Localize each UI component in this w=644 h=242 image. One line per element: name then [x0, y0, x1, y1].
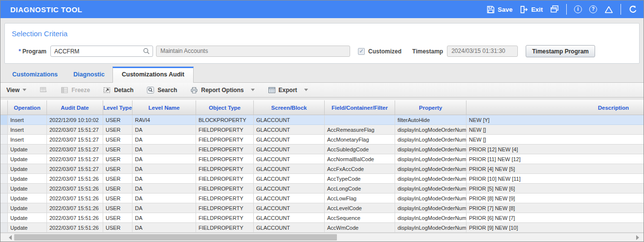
table-cell[interactable]: AccLongCode	[325, 184, 395, 194]
table-cell[interactable]: GLACCOUNT	[254, 213, 325, 223]
freeze-button[interactable]: Freeze	[61, 86, 90, 94]
table-cell[interactable]: AccTypeCode	[325, 174, 395, 184]
table-cell[interactable]: USER	[103, 184, 133, 194]
table-row[interactable]: Update2022/03/07 15:51:26USERDAFIELDPROP…	[0, 213, 644, 223]
row-selector[interactable]	[0, 194, 8, 203]
table-cell[interactable]: 2022/03/07 15:51:27	[47, 154, 103, 164]
table-cell[interactable]: Insert	[8, 135, 47, 145]
table-cell[interactable]: Insert	[8, 125, 47, 135]
table-cell[interactable]: FIELDPROPERTY	[196, 174, 254, 184]
report-options-button[interactable]: Report Options	[190, 86, 254, 94]
table-cell[interactable]: AccNormalBalCode	[325, 154, 395, 164]
table-cell[interactable]: displayInLogModeOrderNum	[395, 174, 466, 184]
table-cell[interactable]: AccLowFlag	[325, 194, 395, 203]
table-cell[interactable]: 2022/03/07 15:51:27	[47, 135, 103, 145]
program-search-icon[interactable]	[143, 48, 150, 55]
column-header-level-name[interactable]: Level Name	[133, 100, 196, 115]
table-cell[interactable]: 2022/03/07 15:51:26	[47, 213, 103, 223]
table-cell[interactable]: AccWmCode	[325, 223, 395, 233]
table-cell[interactable]: DA	[133, 164, 196, 174]
table-cell[interactable]: GLACCOUNT	[254, 115, 325, 125]
table-cell[interactable]	[325, 115, 395, 125]
table-cell[interactable]: PRIOR [6] NEW [7]	[466, 213, 644, 223]
table-cell[interactable]: USER	[103, 223, 133, 233]
table-cell[interactable]: displayInLogModeOrderNum	[395, 223, 466, 233]
table-cell[interactable]: GLACCOUNT	[254, 174, 325, 184]
row-selector[interactable]	[0, 203, 8, 213]
row-selector[interactable]	[0, 223, 8, 233]
table-cell[interactable]: Update	[8, 194, 47, 203]
table-cell[interactable]: FIELDPROPERTY	[196, 203, 254, 213]
table-cell[interactable]: DA	[133, 145, 196, 154]
table-cell[interactable]: DA	[133, 184, 196, 194]
table-cell[interactable]: PRIOR [10] NEW [11]	[466, 174, 644, 184]
table-cell[interactable]: 2022/03/07 15:51:26	[47, 194, 103, 203]
table-row[interactable]: Update2022/03/07 15:51:26USERDAFIELDPROP…	[0, 203, 644, 213]
table-cell[interactable]: 2022/03/07 15:51:26	[47, 174, 103, 184]
save-button[interactable]: Save	[487, 5, 512, 14]
view-menu-button[interactable]: View	[6, 87, 26, 94]
table-cell[interactable]: USER	[103, 194, 133, 203]
table-cell[interactable]: 2022/03/07 15:51:27	[47, 164, 103, 174]
table-cell[interactable]: PRIOR [7] NEW [8]	[466, 203, 644, 213]
table-cell[interactable]: USER	[103, 115, 133, 125]
row-selector[interactable]	[0, 154, 8, 164]
table-cell[interactable]: 2022/03/07 15:51:26	[47, 223, 103, 233]
table-cell[interactable]: displayInLogModeOrderNum	[395, 125, 466, 135]
timestamp-program-button[interactable]: Timestamp Program	[526, 45, 595, 57]
table-cell[interactable]: DA	[133, 135, 196, 145]
row-selector[interactable]	[0, 145, 8, 154]
table-row[interactable]: Update2022/03/07 15:51:27USERDAFIELDPROP…	[0, 145, 644, 154]
export-button[interactable]: Export	[268, 86, 308, 94]
column-header-object-type[interactable]: Object Type	[196, 100, 254, 115]
table-cell[interactable]: Update	[8, 164, 47, 174]
table-cell[interactable]: BLOCKPROPERTY	[196, 115, 254, 125]
table-cell[interactable]: AccSubledgCode	[325, 145, 395, 154]
help-button[interactable]: ?	[589, 5, 597, 13]
table-row[interactable]: Update2022/03/07 15:51:26USERDAFIELDPROP…	[0, 184, 644, 194]
table-cell[interactable]: 2022/03/07 15:51:26	[47, 203, 103, 213]
table-cell[interactable]: NEW [Y]	[466, 115, 644, 125]
program-input[interactable]	[50, 46, 153, 57]
table-cell[interactable]: displayInLogModeOrderNum	[395, 184, 466, 194]
table-cell[interactable]: GLACCOUNT	[254, 203, 325, 213]
table-cell[interactable]: FIELDPROPERTY	[196, 223, 254, 233]
table-cell[interactable]: FIELDPROPERTY	[196, 184, 254, 194]
column-header-screen-block[interactable]: Screen/Block	[254, 100, 325, 115]
tab-customizations-audit[interactable]: Customizations Audit	[112, 67, 194, 83]
table-cell[interactable]: 2022/12/09 10:10:02	[47, 115, 103, 125]
table-cell[interactable]: displayInLogModeOrderNum	[395, 145, 466, 154]
scrollbar-thumb[interactable]	[14, 234, 337, 241]
table-cell[interactable]: Update	[8, 223, 47, 233]
table-row[interactable]: Update2022/03/07 15:51:27USERDAFIELDPROP…	[0, 154, 644, 164]
table-cell[interactable]: DA	[133, 213, 196, 223]
table-cell[interactable]: NEW []	[466, 125, 644, 135]
table-cell[interactable]: GLACCOUNT	[254, 223, 325, 233]
table-cell[interactable]: USER	[103, 164, 133, 174]
row-selector[interactable]	[0, 164, 8, 174]
row-selector[interactable]	[0, 135, 8, 145]
table-cell[interactable]: Update	[8, 174, 47, 184]
table-row[interactable]: Update2022/03/07 15:51:26USERDAFIELDPROP…	[0, 194, 644, 203]
exit-button[interactable]: Exit	[520, 5, 543, 14]
table-cell[interactable]: AccSequence	[325, 213, 395, 223]
table-cell[interactable]: GLACCOUNT	[254, 154, 325, 164]
table-cell[interactable]: AccRemeasureFlag	[325, 125, 395, 135]
table-cell[interactable]: GLACCOUNT	[254, 194, 325, 203]
table-cell[interactable]: AccLevelCode	[325, 203, 395, 213]
table-cell[interactable]: DA	[133, 154, 196, 164]
table-cell[interactable]: Update	[8, 154, 47, 164]
table-cell[interactable]: PRIOR [12] NEW [4]	[466, 145, 644, 154]
table-cell[interactable]: 2022/03/07 15:51:27	[47, 145, 103, 154]
row-selector[interactable]	[0, 115, 8, 125]
refresh-button[interactable]	[628, 5, 638, 14]
table-cell[interactable]: displayInLogModeOrderNum	[395, 194, 466, 203]
column-select-button[interactable]	[40, 86, 47, 94]
table-cell[interactable]: DA	[133, 194, 196, 203]
table-row[interactable]: Insert2022/03/07 15:51:27USERDAFIELDPROP…	[0, 125, 644, 135]
row-selector[interactable]	[0, 174, 8, 184]
table-cell[interactable]: USER	[103, 213, 133, 223]
table-cell[interactable]: USER	[103, 145, 133, 154]
table-cell[interactable]: PRIOR [8] NEW [9]	[466, 194, 644, 203]
table-cell[interactable]: FIELDPROPERTY	[196, 145, 254, 154]
